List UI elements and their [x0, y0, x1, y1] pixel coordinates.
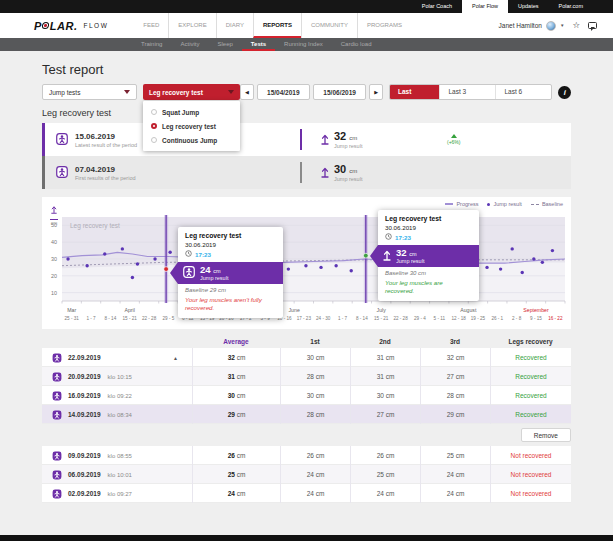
average-cell: 31 cm — [192, 367, 280, 386]
jump-test-icon — [52, 466, 62, 484]
range-button-last-3-months[interactable]: Last 3 months — [439, 85, 495, 99]
clock-icon — [185, 250, 192, 258]
nav-item-programs[interactable]: PROGRAMS — [357, 13, 411, 38]
test-category-dropdown[interactable]: Jump tests — [42, 84, 137, 100]
content: Test report Jump tests Leg recovery test… — [0, 62, 613, 503]
avatar[interactable] — [546, 21, 556, 31]
row-date: 02.09.2019 — [68, 490, 101, 497]
rep-2-cell: 30 cm — [350, 386, 420, 405]
legs-recovery-status: Not recovered — [490, 484, 571, 503]
average-cell: 25 cm — [192, 465, 280, 484]
svg-text:26 - 1: 26 - 1 — [491, 316, 503, 321]
polar-logo[interactable]: PLAR.FLOW — [34, 20, 108, 32]
svg-text:25 - 31: 25 - 31 — [65, 316, 80, 321]
table-group-recovered: 22.09.2019▲32 cm30 cm31 cm32 cmRecovered… — [42, 348, 571, 424]
change-indicator: (+6%) — [447, 134, 460, 145]
svg-text:8 - 14: 8 - 14 — [104, 316, 116, 321]
subnav-item-sleep[interactable]: Sleep — [208, 38, 241, 51]
clock-icon — [385, 233, 392, 241]
nav-item-reports[interactable]: REPORTS — [253, 13, 301, 38]
jump-test-icon — [52, 368, 62, 386]
subnav-item-cardio-load[interactable]: Cardio load — [332, 38, 381, 51]
table-row[interactable]: 14.09.2019klo 08:3429 cm28 cm27 cm29 cmR… — [42, 405, 571, 424]
rep-2-cell: 25 cm — [350, 465, 420, 484]
subnav-item-training[interactable]: Training — [132, 38, 171, 51]
rep-1-cell: 28 cm — [280, 405, 350, 424]
table-row[interactable]: 02.09.2019klo 09:2724 cm24 cm24 cm24 cmN… — [42, 484, 571, 503]
baseline-dash-marker — [531, 204, 539, 205]
svg-text:29 - 5: 29 - 5 — [163, 316, 175, 321]
summary-date: 15.06.2019 — [75, 132, 137, 141]
row-date: 06.09.2019 — [68, 471, 101, 478]
topbar-tab-polar-coach[interactable]: Polar Coach — [412, 0, 462, 13]
summary-unit: cm — [349, 168, 357, 174]
divider — [300, 162, 302, 183]
svg-text:29 - 4: 29 - 4 — [414, 316, 426, 321]
nav-item-explore[interactable]: EXPLORE — [168, 13, 215, 38]
change-percent: (+6%) — [447, 139, 460, 145]
rep-3-cell: 24 cm — [420, 484, 490, 503]
nav-item-diary[interactable]: DIARY — [216, 13, 253, 38]
test-type-dropdown[interactable]: Leg recovery test Squat JumpLeg recovery… — [143, 84, 240, 100]
table-row[interactable]: 16.09.2019klo 09:2230 cm30 cm30 cm28 cmR… — [42, 386, 571, 405]
svg-text:September: September — [523, 307, 549, 313]
row-time: klo 08:34 — [108, 412, 132, 418]
svg-text:Leg recovery test: Leg recovery test — [70, 222, 120, 230]
feedback-chat-icon[interactable] — [588, 22, 597, 29]
rep-2-cell: 27 cm — [350, 405, 420, 424]
summary-latest-row: 15.06.2019 Latest result of the period 3… — [42, 123, 571, 156]
date-from-field[interactable]: 15/04/2019 — [257, 84, 310, 100]
range-button-last-6-months[interactable]: Last 6 months — [495, 85, 551, 99]
range-button-last-month[interactable]: Last month — [390, 85, 439, 99]
remove-button[interactable]: Remove — [521, 428, 571, 442]
jump-result-banner: 24 cm Jump result — [170, 262, 283, 284]
table-row[interactable]: 22.09.2019▲32 cm30 cm31 cm32 cmRecovered — [42, 348, 571, 367]
table-row[interactable]: 09.09.2019klo 08:5526 cm26 cm26 cm25 cmN… — [42, 446, 571, 465]
menu-option-leg-recovery-test[interactable]: Leg recovery test — [143, 119, 240, 133]
nav-item-community[interactable]: COMMUNITY — [301, 13, 357, 38]
favorite-star-icon[interactable]: ☆ — [572, 21, 580, 30]
row-date: 20.09.2019 — [68, 373, 101, 380]
test-type-value: Leg recovery test — [149, 89, 203, 96]
chevron-down-icon[interactable]: ▼ — [560, 23, 564, 28]
svg-text:1 - 7: 1 - 7 — [86, 316, 96, 321]
sort-ascending-icon[interactable]: ▲ — [173, 355, 178, 361]
topbar-tab-polar-com[interactable]: Polar.com — [549, 0, 593, 13]
svg-text:22 - 28: 22 - 28 — [393, 316, 408, 321]
test-date-cell: 02.09.2019klo 09:27 — [42, 484, 192, 503]
user-name[interactable]: Janet Hamilton — [499, 22, 542, 29]
topbar-tab-polar-flow[interactable]: Polar Flow — [462, 0, 508, 13]
subnav-item-tests[interactable]: Tests — [242, 38, 275, 51]
row-time: klo 10:15 — [108, 374, 132, 380]
date-to-field[interactable]: 15/06/2019 — [313, 84, 366, 100]
summary-value-caption: Jump result — [334, 176, 362, 182]
svg-text:5 - 11: 5 - 11 — [434, 316, 446, 321]
y-axis-unit-icon: cm — [50, 200, 58, 226]
row-date: 16.09.2019 — [68, 392, 101, 399]
column-header-3rd: 3rd — [420, 338, 490, 345]
logo-flow-label: FLOW — [84, 22, 109, 29]
chart-svg: 1020304050Leg recovery testMarAprilMayJu… — [42, 197, 571, 329]
prev-period-button[interactable]: ◀ — [240, 84, 254, 100]
table-row[interactable]: 06.09.2019klo 10:0125 cm24 cm25 cm24 cmN… — [42, 465, 571, 484]
topbar-tab-updates[interactable]: Updates — [508, 0, 549, 13]
subnav-item-running-index[interactable]: Running Index — [275, 38, 332, 51]
legend-jump-result: Jump result — [493, 201, 521, 207]
row-time: klo 09:22 — [108, 393, 132, 399]
nav-item-feed[interactable]: FEED — [134, 13, 168, 38]
next-period-button[interactable]: ▶ — [369, 84, 383, 100]
legs-recovery-status: Recovered — [490, 405, 571, 424]
svg-text:2 - 8: 2 - 8 — [512, 316, 522, 321]
menu-option-squat-jump[interactable]: Squat Jump — [143, 105, 240, 119]
test-date-cell: 09.09.2019klo 08:55 — [42, 446, 192, 465]
info-icon[interactable]: i — [558, 86, 571, 99]
table-row[interactable]: 20.09.2019klo 10:1531 cm28 cm31 cm27 cmR… — [42, 367, 571, 386]
test-date-cell: 20.09.2019klo 10:15 — [42, 367, 192, 386]
radio-icon — [151, 137, 157, 143]
subnav-item-activity[interactable]: Activity — [171, 38, 208, 51]
test-results-chart: 1020304050Leg recovery testMarAprilMayJu… — [42, 197, 571, 333]
chart-tooltip-not-recovered: Leg recovery test 30.06.2019 17:23 24 cm… — [178, 227, 283, 318]
legs-recovery-status: Recovered — [490, 348, 571, 367]
menu-option-continuous-jump[interactable]: Continuous Jump — [143, 133, 240, 147]
svg-text:16 - 22: 16 - 22 — [548, 316, 563, 321]
